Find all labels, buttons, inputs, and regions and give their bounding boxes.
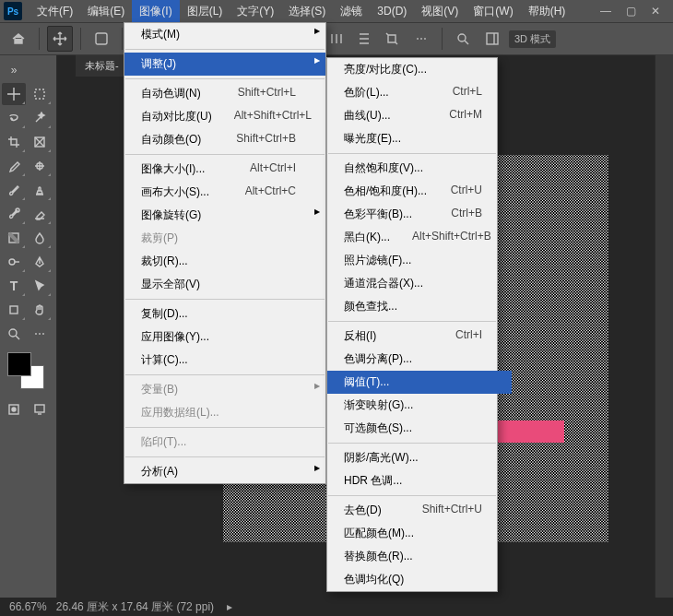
menu-filter[interactable]: 滤镜: [333, 0, 370, 23]
svg-point-12: [12, 408, 16, 411]
eyedropper-tool[interactable]: [2, 155, 26, 177]
crop-tool[interactable]: [2, 131, 26, 153]
adjust-menu-item-10[interactable]: 通道混合器(X)...: [327, 272, 512, 295]
menu-view[interactable]: 视图(V): [414, 0, 466, 23]
screenmode-icon[interactable]: [28, 398, 52, 421]
auto-select-checkbox[interactable]: [89, 26, 114, 52]
image-menu-item-13[interactable]: 显示全部(V): [124, 273, 325, 296]
adjust-menu-item-15[interactable]: 阈值(T)...: [327, 371, 512, 394]
menu-text[interactable]: 文字(Y): [230, 0, 281, 23]
close-button[interactable]: ✕: [651, 5, 660, 18]
svg-point-6: [16, 208, 19, 212]
adjust-menu-item-19[interactable]: 阴影/高光(W)...: [327, 446, 512, 469]
home-button[interactable]: [6, 26, 31, 52]
image-menu-item-6[interactable]: 自动颜色(O)Shift+Ctrl+B: [124, 128, 325, 151]
minimize-button[interactable]: —: [600, 5, 611, 18]
image-menu-item-16[interactable]: 应用图像(Y)...: [124, 326, 325, 349]
adjust-menu-item-22[interactable]: 去色(D)Shift+Ctrl+U: [327, 499, 512, 522]
stamp-tool[interactable]: [28, 179, 52, 201]
image-menu-item-17[interactable]: 计算(C)...: [124, 349, 325, 372]
dodge-tool[interactable]: [2, 251, 26, 273]
svg-rect-2: [487, 33, 498, 44]
adjust-menu-item-2[interactable]: 曲线(U)...Ctrl+M: [327, 104, 512, 127]
maximize-button[interactable]: ▢: [626, 5, 636, 18]
pen-tool[interactable]: [28, 251, 52, 273]
3d-mode-label[interactable]: 3D 模式: [509, 30, 556, 48]
zoom-level[interactable]: 66.67%: [9, 600, 47, 613]
dist-spacing-icon[interactable]: [379, 26, 405, 52]
healing-tool[interactable]: [28, 155, 52, 177]
adjust-menu-item-20[interactable]: HDR 色调...: [327, 469, 512, 492]
image-menu-item-24[interactable]: 分析(A)▶: [124, 460, 325, 483]
image-menu-item-0[interactable]: 模式(M)▶: [124, 23, 325, 46]
menu-image[interactable]: 图像(I): [132, 0, 179, 23]
shape-tool[interactable]: [2, 299, 26, 321]
adjust-menu-item-11[interactable]: 颜色查找...: [327, 295, 512, 318]
menu-file[interactable]: 文件(F): [30, 0, 80, 23]
adjust-menu-item-3[interactable]: 曝光度(E)...: [327, 127, 512, 150]
image-menu-item-12[interactable]: 裁切(R)...: [124, 250, 325, 273]
adjust-menu-item-23[interactable]: 匹配颜色(M)...: [327, 522, 512, 545]
image-menu-item-5[interactable]: 自动对比度(U)Alt+Shift+Ctrl+L: [124, 105, 325, 128]
dist-v-icon[interactable]: [351, 26, 377, 52]
adjust-menu-item-6[interactable]: 色相/饱和度(H)...Ctrl+U: [327, 180, 512, 203]
adjust-menu-item-9[interactable]: 照片滤镜(F)...: [327, 249, 512, 272]
color-swatches[interactable]: [7, 352, 48, 393]
history-brush-tool[interactable]: [2, 203, 26, 225]
panel-collapse-icon[interactable]: »: [2, 59, 26, 81]
workspace-icon[interactable]: [479, 26, 505, 52]
svg-point-10: [9, 329, 17, 337]
menu-layer[interactable]: 图层(L): [180, 0, 230, 23]
image-menu-item-8[interactable]: 图像大小(I)...Alt+Ctrl+I: [124, 158, 325, 181]
move-tool[interactable]: [2, 83, 26, 105]
more-options-icon[interactable]: ⋯: [408, 26, 434, 52]
tools-panel: »: [0, 55, 57, 598]
adjust-menu-item-25[interactable]: 色调均化(Q): [327, 568, 512, 591]
gradient-tool[interactable]: [2, 227, 26, 249]
path-select-tool[interactable]: [28, 275, 52, 297]
lasso-tool[interactable]: [2, 107, 26, 129]
adjust-menu-item-8[interactable]: 黑白(K)...Alt+Shift+Ctrl+B: [327, 226, 512, 249]
adjust-menu-item-24[interactable]: 替换颜色(R)...: [327, 545, 512, 568]
adjust-menu-item-17[interactable]: 可选颜色(S)...: [327, 417, 512, 440]
svg-point-1: [458, 34, 466, 41]
right-panels-collapsed[interactable]: [655, 55, 673, 598]
search-icon[interactable]: [450, 26, 476, 52]
hand-tool[interactable]: [28, 299, 52, 321]
adjust-menu-item-14[interactable]: 色调分离(P)...: [327, 348, 512, 371]
image-menu-item-9[interactable]: 画布大小(S)...Alt+Ctrl+C: [124, 181, 325, 204]
svg-rect-3: [35, 89, 44, 99]
menu-help[interactable]: 帮助(H): [521, 0, 573, 23]
move-tool-icon[interactable]: [47, 26, 73, 52]
menubar: Ps 文件(F) 编辑(E) 图像(I) 图层(L) 文字(Y) 选择(S) 滤…: [0, 0, 673, 22]
adjust-menu-item-5[interactable]: 自然饱和度(V)...: [327, 157, 512, 180]
edit-toolbar-icon[interactable]: ⋯: [28, 323, 52, 345]
foreground-swatch[interactable]: [7, 352, 31, 376]
blur-tool[interactable]: [28, 227, 52, 249]
image-menu-item-20: 应用数据组(L)...: [124, 401, 325, 424]
dist-h-icon[interactable]: [324, 26, 349, 52]
image-menu-item-15[interactable]: 复制(D)...: [124, 302, 325, 326]
image-menu-item-4[interactable]: 自动色调(N)Shift+Ctrl+L: [124, 82, 325, 105]
brush-tool[interactable]: [2, 179, 26, 201]
image-menu-item-11: 裁剪(P): [124, 227, 325, 250]
menu-3d[interactable]: 3D(D): [370, 1, 414, 21]
wand-tool[interactable]: [28, 107, 52, 129]
menu-select[interactable]: 选择(S): [281, 0, 333, 23]
menu-window[interactable]: 窗口(W): [466, 0, 520, 23]
image-menu-item-2[interactable]: 调整(J)▶: [124, 53, 325, 76]
type-tool[interactable]: T: [2, 275, 26, 297]
frame-tool[interactable]: [28, 131, 52, 153]
adjust-menu-item-7[interactable]: 色彩平衡(B)...Ctrl+B: [327, 203, 512, 226]
marquee-tool[interactable]: [28, 83, 52, 105]
image-menu-item-10[interactable]: 图像旋转(G)▶: [124, 204, 325, 227]
eraser-tool[interactable]: [28, 203, 52, 225]
document-tab[interactable]: 未标题-: [76, 55, 128, 77]
quickmask-icon[interactable]: [2, 398, 26, 421]
menu-edit[interactable]: 编辑(E): [80, 0, 132, 23]
adjust-menu-item-13[interactable]: 反相(I)Ctrl+I: [327, 325, 512, 348]
adjust-menu-item-1[interactable]: 色阶(L)...Ctrl+L: [327, 81, 512, 104]
zoom-tool[interactable]: [2, 323, 26, 345]
adjust-menu-item-16[interactable]: 渐变映射(G)...: [327, 394, 512, 417]
adjust-menu-item-0[interactable]: 亮度/对比度(C)...: [327, 58, 512, 81]
